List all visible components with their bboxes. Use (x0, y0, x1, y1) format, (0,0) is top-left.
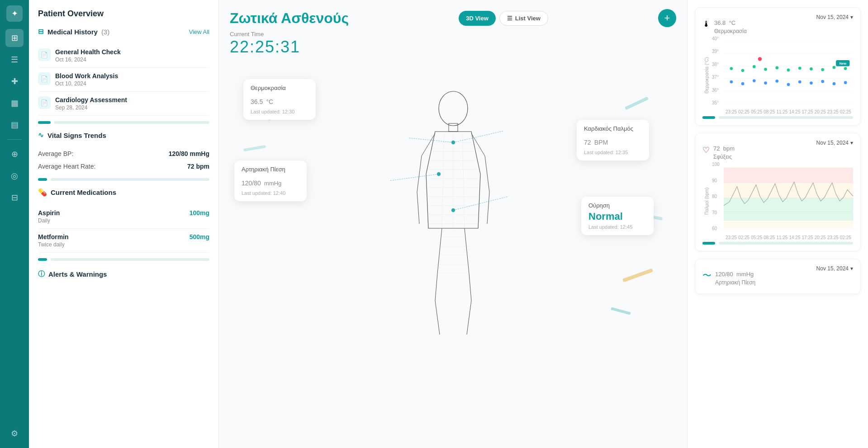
sidebar-item-globe[interactable]: ◎ (5, 167, 24, 185)
svg-point-35 (821, 80, 824, 83)
svg-text:New: New (840, 61, 847, 66)
vital-signs-section: ∿ Vital Signs Trends Average BP: 120/80 … (38, 131, 209, 181)
svg-point-26 (758, 57, 762, 61)
svg-point-19 (775, 66, 778, 70)
sidebar-item-medical[interactable]: ✚ (5, 72, 24, 90)
med-scroll-indicator (38, 258, 209, 261)
sidebar-item-bed[interactable]: ⊟ (5, 189, 24, 207)
sidebar: ✦ ⊞ ☰ ✚ ▦ ▤ ⊕ ◎ ⊟ ⚙ (0, 0, 29, 448)
history-item-3-icon: 📄 (38, 96, 51, 109)
med-icon: 💊 (38, 188, 47, 197)
pulse-icon-title: ♡ 72 bpm Σφύξεις (702, 140, 735, 160)
pulse-metric-card: ♡ 72 bpm Σφύξεις Nov 15, 2024 ▾ Παλμοί (… (695, 133, 861, 251)
history-item-1-icon: 📄 (38, 48, 51, 61)
sidebar-item-charts[interactable]: ▦ (5, 94, 24, 112)
temp-date[interactable]: Nov 15, 2024 ▾ (816, 14, 853, 20)
left-panel: Patient Overview ⊟ Medical History (3) V… (29, 0, 219, 448)
temperature-metric-card: 🌡 36.8 °C Θερμοκρασία Nov 15, 2024 ▾ Θερ… (695, 7, 861, 126)
pulse-date[interactable]: Nov 15, 2024 ▾ (816, 140, 853, 146)
svg-point-17 (753, 65, 756, 68)
add-button[interactable]: + (658, 9, 676, 27)
time-display: Current Time 22:25:31 (230, 31, 676, 57)
svg-point-18 (764, 68, 767, 71)
bp-date[interactable]: Nov 15, 2024 ▾ (816, 265, 853, 272)
history-item-3[interactable]: 📄 Cardiology Assessment Sep 28, 2024 (38, 92, 209, 116)
svg-point-32 (787, 83, 790, 86)
temp-scroll (702, 116, 853, 119)
sidebar-item-stethoscope[interactable]: ⊕ (5, 145, 24, 163)
pulse-chart-container: Παλμοί (bpm) 10090807060 (702, 162, 853, 240)
vital-bp-row: Average BP: 120/80 mmHg (38, 147, 209, 160)
svg-line-8 (453, 197, 508, 210)
main-header: Ζωτικά Ασθενούς 3D View ☰ List View + (230, 9, 676, 27)
pulse-scroll (702, 242, 853, 245)
svg-point-16 (741, 69, 745, 72)
vital-icon: ∿ (38, 131, 44, 139)
pulse-metric-header: ♡ 72 bpm Σφύξεις Nov 15, 2024 ▾ (702, 140, 853, 160)
sidebar-item-home[interactable]: ⊞ (5, 29, 24, 47)
medical-history-section: ⊟ Medical History (3) View All 📄 General… (38, 28, 209, 124)
temp-metric-header: 🌡 36.8 °C Θερμοκρασία Nov 15, 2024 ▾ (702, 14, 853, 34)
sidebar-divider (7, 139, 22, 140)
sidebar-item-settings[interactable]: ⚙ (5, 424, 24, 443)
history-item-1-info: General Health Check Oct 16, 2024 (55, 48, 121, 63)
medical-history-title: ⊟ Medical History (3) (38, 28, 109, 36)
svg-point-27 (730, 80, 733, 84)
sidebar-item-records[interactable]: ☰ (5, 51, 24, 69)
chevron-down-icon: ▾ (850, 265, 853, 272)
alert-icon: ⓘ (38, 270, 45, 278)
history-item-2-icon: 📄 (38, 72, 51, 85)
svg-line-5 (408, 138, 453, 142)
bp-card: Αρτηριακή Πίεση 120/80 mmHg Last updated… (234, 160, 307, 201)
history-item-2[interactable]: 📄 Blood Work Analysis Oct 10, 2024 (38, 68, 209, 92)
panel-title: Patient Overview (38, 9, 209, 19)
temp-chart: New (724, 36, 853, 108)
svg-point-23 (821, 68, 824, 71)
svg-line-7 (453, 131, 503, 142)
alerts-section: ⓘ Alerts & Warnings (38, 270, 209, 278)
history-item-1[interactable]: 📄 General Health Check Oct 16, 2024 (38, 44, 209, 68)
svg-point-20 (787, 69, 790, 72)
sidebar-item-list[interactable]: ▤ (5, 116, 24, 134)
svg-point-33 (798, 80, 802, 84)
temp-y-axis-label: Θερμοκρασία (°C) (702, 36, 711, 114)
history-scroll-indicator (38, 121, 209, 124)
svg-rect-41 (724, 183, 853, 198)
3d-view-button[interactable]: 3D View (459, 11, 496, 26)
view-toggle: 3D View ☰ List View (459, 11, 548, 26)
bp-metric-header: 〜 120/80 mmHg Αρτηριακή Πίεση Nov 15, 20… (702, 265, 853, 286)
temp-icon-title: 🌡 36.8 °C Θερμοκρασία (702, 14, 747, 34)
pulse-chart (724, 162, 853, 234)
vital-signs-header: ∿ Vital Signs Trends (38, 131, 209, 142)
app-logo[interactable]: ✦ (6, 5, 23, 22)
pulse-x-labels: 23:2502:2505:2508:2511:2514:2517:2520:25… (724, 235, 853, 240)
vital-signs-title: ∿ Vital Signs Trends (38, 131, 106, 139)
svg-point-22 (810, 67, 813, 71)
body-figure (390, 84, 517, 337)
bp-metric-card: 〜 120/80 mmHg Αρτηριακή Πίεση Nov 15, 20… (695, 259, 861, 294)
temp-card: Θερμοκρασία 36.5 °C Last updated: 12:30 (243, 79, 316, 120)
temp-chart-container: Θερμοκρασία (°C) 40°39°38°37°36°35° (702, 36, 853, 114)
vital-hr-row: Average Heart Rate: 72 bpm (38, 160, 209, 173)
history-item-3-info: Cardiology Assessment Sep 28, 2024 (55, 96, 127, 111)
svg-point-28 (741, 82, 745, 85)
svg-point-30 (764, 81, 767, 85)
pulse-y-labels: 10090807060 (711, 162, 721, 231)
svg-point-36 (833, 82, 836, 85)
urine-card: Ούρηση Normal Last updated: 12:45 (581, 197, 654, 235)
svg-point-21 (798, 66, 802, 70)
main-area: Ζωτικά Ασθενούς 3D View ☰ List View + Cu… (219, 0, 687, 448)
list-view-button[interactable]: ☰ List View (499, 11, 548, 26)
history-item-2-info: Blood Work Analysis Oct 10, 2024 (55, 72, 118, 87)
svg-point-0 (439, 91, 468, 126)
list-icon: ☰ (507, 15, 512, 22)
med-item-2[interactable]: Metformin Twice daily 500mg (38, 229, 209, 253)
vital-scroll-indicator (38, 178, 209, 181)
svg-point-34 (810, 81, 813, 85)
med-item-1[interactable]: Aspirin Daily 100mg (38, 205, 209, 229)
thermometer-icon: 🌡 (702, 19, 711, 29)
bp-icon-title: 〜 120/80 mmHg Αρτηριακή Πίεση (702, 265, 755, 286)
view-all-link[interactable]: View All (189, 28, 209, 35)
temp-y-labels: 40°39°38°37°36°35° (711, 36, 720, 105)
svg-point-29 (753, 79, 756, 82)
